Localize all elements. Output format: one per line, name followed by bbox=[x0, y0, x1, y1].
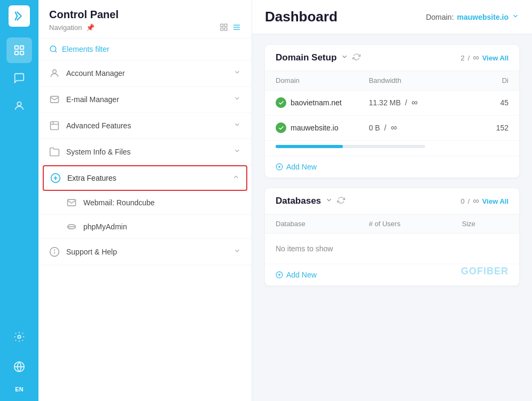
list-view-icon[interactable] bbox=[232, 23, 241, 32]
db-count-num: 0 bbox=[461, 197, 465, 205]
sidebar-item-settings[interactable] bbox=[6, 324, 32, 350]
watermark: GOFIBER bbox=[461, 266, 508, 277]
domain-col-header: Domain bbox=[276, 76, 369, 84]
db-col-header: Database bbox=[276, 220, 369, 228]
sidebar-nav-row: Navigation 📌 bbox=[49, 23, 241, 32]
svg-point-5 bbox=[18, 335, 21, 338]
domain-cell-1: baovietnam.net bbox=[276, 97, 369, 108]
svg-rect-9 bbox=[221, 28, 223, 30]
db-table-header: Database # of Users Size bbox=[265, 214, 519, 234]
dashboard-header: Dashboard Domain: mauwebsite.io bbox=[252, 0, 532, 34]
domain-setup-count: 2 / ∞ View All bbox=[461, 53, 508, 63]
nav-item-advanced-features[interactable]: Advanced Features bbox=[38, 113, 252, 139]
sidebar-nav-label: Navigation 📌 bbox=[49, 24, 95, 32]
phpmyadmin-icon bbox=[66, 221, 77, 232]
databases-title: Databases bbox=[276, 196, 321, 206]
nav-item-support-help[interactable]: Support & Help bbox=[38, 239, 252, 265]
db-add-new-icon bbox=[276, 271, 283, 279]
domain-view-all[interactable]: View All bbox=[482, 54, 508, 62]
search-label[interactable]: Elements filter bbox=[62, 45, 109, 53]
system-info-chevron bbox=[233, 147, 241, 157]
domain-name-1: baovietnam.net bbox=[291, 98, 342, 107]
nav-subitem-phpmyadmin[interactable]: phpMyAdmin bbox=[38, 215, 252, 239]
system-info-label: System Info & Files bbox=[66, 148, 227, 156]
sidebar-nav-icons bbox=[220, 23, 241, 32]
person-icon bbox=[49, 68, 60, 79]
nav-subitem-webmail[interactable]: Webmail: Roundcube bbox=[38, 191, 252, 215]
domain-progress-bar-wrap bbox=[265, 141, 519, 156]
nav-item-system-info[interactable]: System Info & Files bbox=[38, 139, 252, 165]
domain-add-new-label: Add New bbox=[286, 163, 317, 171]
domain-selector: Domain: mauwebsite.io bbox=[426, 12, 519, 21]
bandwidth-sep-2: / bbox=[382, 124, 386, 132]
db-count-sep: / bbox=[468, 197, 470, 205]
bandwidth-cell-2: 0 B / ∞ bbox=[369, 123, 461, 133]
databases-chevron[interactable] bbox=[325, 196, 333, 206]
check-icon bbox=[278, 100, 284, 106]
main-content: Dashboard Domain: mauwebsite.io Domain S… bbox=[252, 0, 532, 401]
grid-view-icon[interactable] bbox=[220, 23, 228, 32]
language-label[interactable]: EN bbox=[15, 386, 23, 392]
advanced-features-chevron bbox=[233, 121, 241, 130]
settings-icon bbox=[13, 331, 25, 343]
db-no-items: No items to show bbox=[265, 234, 519, 264]
bandwidth-inf-1: ∞ bbox=[409, 98, 418, 107]
bandwidth-cell-1: 11.32 MB / ∞ bbox=[369, 98, 461, 107]
databases-header: Databases 0 / ∞ View All bbox=[265, 188, 519, 214]
domain-dropdown-chevron[interactable] bbox=[512, 12, 519, 21]
status-dot-2 bbox=[276, 122, 286, 133]
svg-rect-2 bbox=[15, 51, 18, 55]
plus-circle-icon bbox=[50, 173, 61, 183]
phpmyadmin-label: phpMyAdmin bbox=[83, 222, 127, 231]
domain-setup-chevron[interactable] bbox=[341, 53, 348, 63]
pin-icon: 📌 bbox=[86, 24, 95, 32]
domain-setup-title: Domain Setup bbox=[276, 52, 337, 63]
logo-icon bbox=[13, 10, 25, 22]
account-manager-label: Account Manager bbox=[66, 69, 227, 78]
sidebar-title: Control Panel bbox=[49, 9, 241, 21]
domain-add-new[interactable]: Add New bbox=[265, 156, 519, 178]
sidebar-search[interactable]: Elements filter bbox=[38, 38, 252, 60]
info-circle-icon bbox=[49, 246, 60, 257]
user-circle-icon bbox=[13, 100, 25, 112]
sidebar-item-users[interactable] bbox=[6, 93, 32, 119]
search-icon bbox=[49, 45, 58, 53]
email-icon bbox=[49, 94, 60, 105]
nav-item-account-manager[interactable]: Account Manager bbox=[38, 60, 252, 87]
bandwidth-value-1: 11.32 MB bbox=[369, 98, 401, 107]
domain-progress-bar-fill bbox=[276, 145, 343, 148]
email-manager-chevron bbox=[233, 95, 241, 104]
email-manager-label: E-mail Manager bbox=[66, 95, 227, 104]
sidebar-item-messages[interactable] bbox=[6, 65, 32, 91]
databases-refresh[interactable] bbox=[337, 196, 345, 206]
domain-infinity: ∞ bbox=[473, 53, 479, 63]
domain-value[interactable]: mauwebsite.io bbox=[457, 13, 508, 21]
domain-setup-refresh[interactable] bbox=[353, 53, 361, 63]
support-help-chevron bbox=[233, 247, 241, 257]
db-infinity: ∞ bbox=[473, 196, 479, 206]
di-col-header: Di bbox=[462, 76, 508, 84]
account-manager-chevron bbox=[233, 68, 241, 78]
webmail-label: Webmail: Roundcube bbox=[83, 198, 155, 207]
sidebar-item-dashboard[interactable] bbox=[6, 37, 32, 63]
mail-envelope-icon bbox=[66, 197, 77, 208]
users-col-header: # of Users bbox=[369, 220, 461, 228]
domain-label: Domain: bbox=[426, 13, 453, 21]
nav-item-extra-features[interactable]: Extra Features bbox=[43, 165, 247, 191]
domain-count-sep: / bbox=[468, 54, 470, 62]
bandwidth-inf-2: ∞ bbox=[388, 123, 397, 133]
domain-cell-2: mauwebsite.io bbox=[276, 122, 369, 133]
db-view-all[interactable]: View All bbox=[482, 197, 508, 205]
add-new-icon bbox=[276, 163, 283, 171]
sidebar: Control Panel Navigation 📌 Elements filt… bbox=[38, 0, 252, 401]
sidebar-item-globe[interactable] bbox=[6, 354, 32, 380]
domain-name-2: mauwebsite.io bbox=[291, 124, 339, 132]
status-dot-1 bbox=[276, 97, 286, 108]
nav-item-email-manager[interactable]: E-mail Manager bbox=[38, 87, 252, 113]
size-col-header: Size bbox=[462, 220, 508, 228]
bandwidth-sep-1: / bbox=[403, 98, 407, 107]
logo[interactable] bbox=[9, 5, 30, 27]
svg-line-15 bbox=[55, 51, 57, 52]
folder-icon bbox=[49, 146, 60, 157]
svg-rect-0 bbox=[15, 46, 18, 49]
